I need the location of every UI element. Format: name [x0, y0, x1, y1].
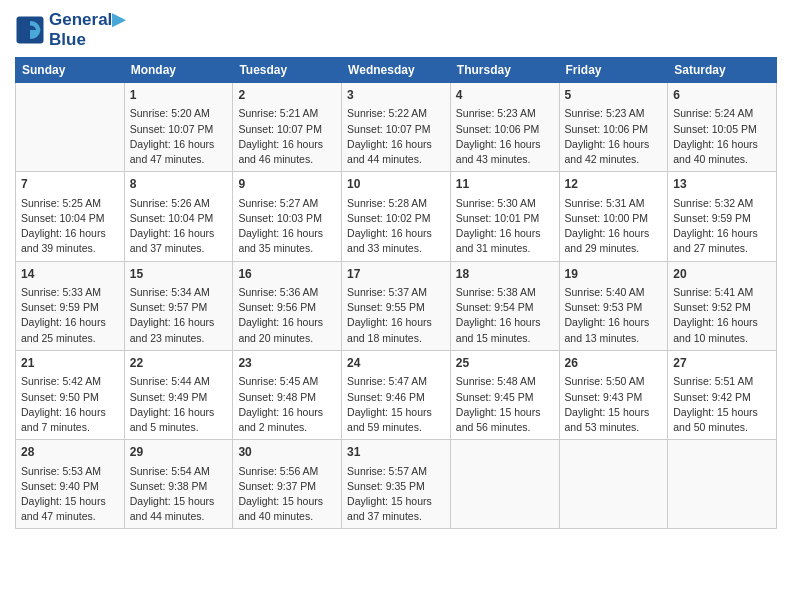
calendar-day-cell	[559, 440, 668, 529]
day-number: 9	[238, 176, 336, 193]
calendar-day-cell: 25Sunrise: 5:48 AM Sunset: 9:45 PM Dayli…	[450, 350, 559, 439]
calendar-day-cell: 22Sunrise: 5:44 AM Sunset: 9:49 PM Dayli…	[124, 350, 233, 439]
day-info: Sunrise: 5:51 AM Sunset: 9:42 PM Dayligh…	[673, 374, 771, 435]
calendar-day-cell: 16Sunrise: 5:36 AM Sunset: 9:56 PM Dayli…	[233, 261, 342, 350]
day-info: Sunrise: 5:34 AM Sunset: 9:57 PM Dayligh…	[130, 285, 228, 346]
day-info: Sunrise: 5:22 AM Sunset: 10:07 PM Daylig…	[347, 106, 445, 167]
calendar-day-cell: 14Sunrise: 5:33 AM Sunset: 9:59 PM Dayli…	[16, 261, 125, 350]
day-number: 14	[21, 266, 119, 283]
logo-area: General▶ Blue	[15, 10, 125, 49]
day-number: 29	[130, 444, 228, 461]
calendar-day-cell: 3Sunrise: 5:22 AM Sunset: 10:07 PM Dayli…	[342, 83, 451, 172]
day-info: Sunrise: 5:42 AM Sunset: 9:50 PM Dayligh…	[21, 374, 119, 435]
day-number: 13	[673, 176, 771, 193]
day-info: Sunrise: 5:30 AM Sunset: 10:01 PM Daylig…	[456, 196, 554, 257]
day-info: Sunrise: 5:44 AM Sunset: 9:49 PM Dayligh…	[130, 374, 228, 435]
day-info: Sunrise: 5:33 AM Sunset: 9:59 PM Dayligh…	[21, 285, 119, 346]
day-number: 24	[347, 355, 445, 372]
calendar-day-cell: 31Sunrise: 5:57 AM Sunset: 9:35 PM Dayli…	[342, 440, 451, 529]
calendar-day-cell: 18Sunrise: 5:38 AM Sunset: 9:54 PM Dayli…	[450, 261, 559, 350]
day-number: 19	[565, 266, 663, 283]
day-number: 28	[21, 444, 119, 461]
weekday-header: Monday	[124, 58, 233, 83]
day-info: Sunrise: 5:31 AM Sunset: 10:00 PM Daylig…	[565, 196, 663, 257]
weekday-header: Tuesday	[233, 58, 342, 83]
day-number: 15	[130, 266, 228, 283]
calendar-day-cell: 5Sunrise: 5:23 AM Sunset: 10:06 PM Dayli…	[559, 83, 668, 172]
calendar-day-cell: 15Sunrise: 5:34 AM Sunset: 9:57 PM Dayli…	[124, 261, 233, 350]
calendar-week-row: 1Sunrise: 5:20 AM Sunset: 10:07 PM Dayli…	[16, 83, 777, 172]
day-number: 16	[238, 266, 336, 283]
calendar-day-cell: 26Sunrise: 5:50 AM Sunset: 9:43 PM Dayli…	[559, 350, 668, 439]
calendar-table: SundayMondayTuesdayWednesdayThursdayFrid…	[15, 57, 777, 529]
calendar-day-cell: 1Sunrise: 5:20 AM Sunset: 10:07 PM Dayli…	[124, 83, 233, 172]
calendar-day-cell: 12Sunrise: 5:31 AM Sunset: 10:00 PM Dayl…	[559, 172, 668, 261]
calendar-day-cell: 2Sunrise: 5:21 AM Sunset: 10:07 PM Dayli…	[233, 83, 342, 172]
day-info: Sunrise: 5:57 AM Sunset: 9:35 PM Dayligh…	[347, 464, 445, 525]
calendar-day-cell: 13Sunrise: 5:32 AM Sunset: 9:59 PM Dayli…	[668, 172, 777, 261]
general-blue-logo-icon	[15, 15, 45, 45]
day-info: Sunrise: 5:23 AM Sunset: 10:06 PM Daylig…	[565, 106, 663, 167]
calendar-day-cell: 20Sunrise: 5:41 AM Sunset: 9:52 PM Dayli…	[668, 261, 777, 350]
day-info: Sunrise: 5:47 AM Sunset: 9:46 PM Dayligh…	[347, 374, 445, 435]
day-info: Sunrise: 5:53 AM Sunset: 9:40 PM Dayligh…	[21, 464, 119, 525]
day-info: Sunrise: 5:41 AM Sunset: 9:52 PM Dayligh…	[673, 285, 771, 346]
day-number: 1	[130, 87, 228, 104]
day-number: 7	[21, 176, 119, 193]
calendar-week-row: 28Sunrise: 5:53 AM Sunset: 9:40 PM Dayli…	[16, 440, 777, 529]
calendar-day-cell: 9Sunrise: 5:27 AM Sunset: 10:03 PM Dayli…	[233, 172, 342, 261]
day-info: Sunrise: 5:25 AM Sunset: 10:04 PM Daylig…	[21, 196, 119, 257]
day-info: Sunrise: 5:36 AM Sunset: 9:56 PM Dayligh…	[238, 285, 336, 346]
day-number: 12	[565, 176, 663, 193]
calendar-header-row: SundayMondayTuesdayWednesdayThursdayFrid…	[16, 58, 777, 83]
calendar-week-row: 7Sunrise: 5:25 AM Sunset: 10:04 PM Dayli…	[16, 172, 777, 261]
calendar-day-cell: 21Sunrise: 5:42 AM Sunset: 9:50 PM Dayli…	[16, 350, 125, 439]
day-info: Sunrise: 5:54 AM Sunset: 9:38 PM Dayligh…	[130, 464, 228, 525]
day-info: Sunrise: 5:45 AM Sunset: 9:48 PM Dayligh…	[238, 374, 336, 435]
calendar-day-cell: 8Sunrise: 5:26 AM Sunset: 10:04 PM Dayli…	[124, 172, 233, 261]
calendar-day-cell: 10Sunrise: 5:28 AM Sunset: 10:02 PM Dayl…	[342, 172, 451, 261]
header: General▶ Blue	[15, 10, 777, 49]
day-number: 27	[673, 355, 771, 372]
day-info: Sunrise: 5:20 AM Sunset: 10:07 PM Daylig…	[130, 106, 228, 167]
day-number: 3	[347, 87, 445, 104]
day-number: 5	[565, 87, 663, 104]
calendar-day-cell: 11Sunrise: 5:30 AM Sunset: 10:01 PM Dayl…	[450, 172, 559, 261]
calendar-day-cell: 27Sunrise: 5:51 AM Sunset: 9:42 PM Dayli…	[668, 350, 777, 439]
calendar-week-row: 14Sunrise: 5:33 AM Sunset: 9:59 PM Dayli…	[16, 261, 777, 350]
calendar-day-cell: 7Sunrise: 5:25 AM Sunset: 10:04 PM Dayli…	[16, 172, 125, 261]
day-info: Sunrise: 5:26 AM Sunset: 10:04 PM Daylig…	[130, 196, 228, 257]
calendar-day-cell: 23Sunrise: 5:45 AM Sunset: 9:48 PM Dayli…	[233, 350, 342, 439]
calendar-week-row: 21Sunrise: 5:42 AM Sunset: 9:50 PM Dayli…	[16, 350, 777, 439]
day-number: 21	[21, 355, 119, 372]
calendar-day-cell: 19Sunrise: 5:40 AM Sunset: 9:53 PM Dayli…	[559, 261, 668, 350]
weekday-header: Thursday	[450, 58, 559, 83]
day-number: 25	[456, 355, 554, 372]
calendar-day-cell: 24Sunrise: 5:47 AM Sunset: 9:46 PM Dayli…	[342, 350, 451, 439]
calendar-day-cell: 28Sunrise: 5:53 AM Sunset: 9:40 PM Dayli…	[16, 440, 125, 529]
day-number: 31	[347, 444, 445, 461]
day-info: Sunrise: 5:48 AM Sunset: 9:45 PM Dayligh…	[456, 374, 554, 435]
day-info: Sunrise: 5:27 AM Sunset: 10:03 PM Daylig…	[238, 196, 336, 257]
day-number: 8	[130, 176, 228, 193]
weekday-header: Sunday	[16, 58, 125, 83]
calendar-day-cell: 29Sunrise: 5:54 AM Sunset: 9:38 PM Dayli…	[124, 440, 233, 529]
day-number: 4	[456, 87, 554, 104]
day-info: Sunrise: 5:37 AM Sunset: 9:55 PM Dayligh…	[347, 285, 445, 346]
day-number: 10	[347, 176, 445, 193]
day-info: Sunrise: 5:21 AM Sunset: 10:07 PM Daylig…	[238, 106, 336, 167]
day-number: 30	[238, 444, 336, 461]
day-info: Sunrise: 5:32 AM Sunset: 9:59 PM Dayligh…	[673, 196, 771, 257]
calendar-day-cell: 4Sunrise: 5:23 AM Sunset: 10:06 PM Dayli…	[450, 83, 559, 172]
day-number: 22	[130, 355, 228, 372]
day-number: 6	[673, 87, 771, 104]
calendar-day-cell: 30Sunrise: 5:56 AM Sunset: 9:37 PM Dayli…	[233, 440, 342, 529]
calendar-day-cell	[16, 83, 125, 172]
day-number: 26	[565, 355, 663, 372]
calendar-day-cell	[450, 440, 559, 529]
calendar-day-cell	[668, 440, 777, 529]
day-number: 20	[673, 266, 771, 283]
weekday-header: Wednesday	[342, 58, 451, 83]
weekday-header: Saturday	[668, 58, 777, 83]
calendar-day-cell: 6Sunrise: 5:24 AM Sunset: 10:05 PM Dayli…	[668, 83, 777, 172]
